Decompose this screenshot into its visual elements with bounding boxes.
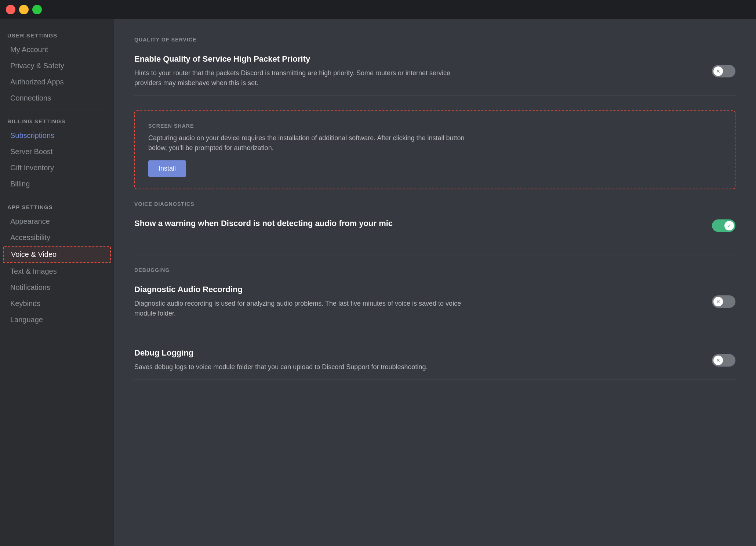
sidebar-item-appearance[interactable]: Appearance (3, 214, 111, 229)
debug-logging-left: Debug Logging Saves debug logs to voice … (134, 348, 712, 372)
debug-logging-row: Debug Logging Saves debug logs to voice … (134, 341, 735, 380)
minimize-button[interactable] (19, 5, 29, 14)
qos-toggle-knob: ✕ ✓ (713, 66, 723, 76)
qos-toggle[interactable]: ✕ ✓ (712, 65, 735, 77)
sidebar-item-billing[interactable]: Billing (3, 176, 111, 192)
toggle-x-icon: ✕ (716, 68, 720, 74)
sidebar-item-language[interactable]: Language (3, 312, 111, 328)
close-button[interactable] (6, 5, 15, 14)
sidebar-item-label: Keybinds (10, 299, 40, 308)
screen-share-desc: Capturing audio on your device requires … (148, 133, 479, 153)
sidebar-item-my-account[interactable]: My Account (3, 42, 111, 58)
voice-diag-row: Show a warning when Discord is not detec… (134, 211, 735, 240)
debugging-left: Diagnostic Audio Recording Diagnostic au… (134, 285, 712, 318)
debug-logging-section: Debug Logging Saves debug logs to voice … (134, 341, 735, 380)
debug-audio-toggle[interactable]: ✕ (712, 295, 735, 308)
qos-desc: Hints to your router that the packets Di… (134, 68, 465, 88)
debugging-label: DEBUGGING (134, 267, 735, 273)
sidebar-item-notifications[interactable]: Notifications (3, 280, 111, 295)
divider-debug (134, 255, 735, 255)
sidebar-item-label: Connections (10, 94, 51, 102)
titlebar (0, 0, 756, 19)
debugging-desc: Diagnostic audio recording is used for a… (134, 299, 465, 318)
main-content: QUALITY OF SERVICE Enable Quality of Ser… (114, 19, 756, 546)
qos-title: Enable Quality of Service High Packet Pr… (134, 54, 712, 64)
app-body: USER SETTINGS My Account Privacy & Safet… (0, 19, 756, 546)
qos-section-label: QUALITY OF SERVICE (134, 37, 735, 43)
sidebar-item-label: Language (10, 316, 43, 324)
sidebar-item-text-images[interactable]: Text & Images (3, 263, 111, 279)
debugging-title: Diagnostic Audio Recording (134, 285, 712, 294)
sidebar-item-label: Billing (10, 180, 30, 188)
voice-diag-title: Show a warning when Discord is not detec… (134, 219, 712, 228)
debug-logging-toggle[interactable]: ✕ (712, 354, 735, 367)
sidebar: USER SETTINGS My Account Privacy & Safet… (0, 19, 114, 546)
sidebar-item-privacy-safety[interactable]: Privacy & Safety (3, 58, 111, 74)
debugging-row: Diagnostic Audio Recording Diagnostic au… (134, 277, 735, 326)
sidebar-item-label: Text & Images (10, 267, 57, 276)
sidebar-item-connections[interactable]: Connections (3, 90, 111, 106)
screen-share-section: SCREEN SHARE Capturing audio on your dev… (134, 110, 735, 189)
billing-settings-label: BILLING SETTINGS (0, 112, 114, 127)
voice-diag-label: VOICE DIAGNOSTICS (134, 201, 735, 207)
qos-setting-left: Enable Quality of Service High Packet Pr… (134, 54, 712, 88)
voice-diag-left: Show a warning when Discord is not detec… (134, 219, 712, 233)
maximize-button[interactable] (32, 5, 42, 14)
sidebar-item-label: Voice & Video (11, 250, 57, 259)
sidebar-item-gift-inventory[interactable]: Gift Inventory (3, 160, 111, 176)
debugging-section: DEBUGGING Diagnostic Audio Recording Dia… (134, 267, 735, 326)
app-settings-label: APP SETTINGS (0, 198, 114, 213)
debug-audio-knob: ✕ (713, 297, 723, 306)
install-button[interactable]: Install (148, 160, 186, 177)
screen-share-label: SCREEN SHARE (148, 123, 722, 129)
qos-setting-row: Enable Quality of Service High Packet Pr… (134, 47, 735, 96)
sidebar-item-subscriptions[interactable]: Subscriptions (3, 128, 111, 143)
sidebar-item-server-boost[interactable]: Server Boost (3, 144, 111, 160)
debug-logging-knob: ✕ (713, 356, 723, 365)
sidebar-item-label: Privacy & Safety (10, 62, 64, 70)
quality-of-service-section: QUALITY OF SERVICE Enable Quality of Ser… (134, 37, 735, 96)
user-settings-label: USER SETTINGS (0, 26, 114, 41)
sidebar-item-label: Authorized Apps (10, 78, 64, 86)
voice-diag-toggle[interactable]: ✓ (712, 219, 735, 232)
sidebar-item-accessibility[interactable]: Accessibility (3, 230, 111, 245)
divider-app (6, 195, 108, 195)
traffic-lights (6, 5, 42, 14)
sidebar-item-label: Server Boost (10, 148, 53, 156)
sidebar-item-label: Gift Inventory (10, 164, 54, 172)
voice-diag-knob: ✓ (724, 221, 734, 230)
voice-diagnostics-section: VOICE DIAGNOSTICS Show a warning when Di… (134, 201, 735, 240)
sidebar-item-voice-video[interactable]: Voice & Video (3, 246, 111, 263)
debug-logging-title: Debug Logging (134, 348, 712, 358)
sidebar-item-authorized-apps[interactable]: Authorized Apps (3, 74, 111, 90)
divider-billing (6, 109, 108, 109)
sidebar-item-label: My Account (10, 46, 48, 54)
sidebar-item-label: Accessibility (10, 233, 50, 242)
sidebar-item-label: Appearance (10, 217, 50, 226)
toggle-check-icon: ✓ (727, 223, 731, 229)
sidebar-item-label: Subscriptions (10, 131, 54, 140)
sidebar-item-keybinds[interactable]: Keybinds (3, 296, 111, 312)
toggle-x-icon: ✕ (716, 357, 720, 363)
debug-logging-desc: Saves debug logs to voice module folder … (134, 362, 465, 372)
sidebar-item-label: Notifications (10, 283, 50, 292)
toggle-x-icon: ✕ (716, 299, 720, 305)
